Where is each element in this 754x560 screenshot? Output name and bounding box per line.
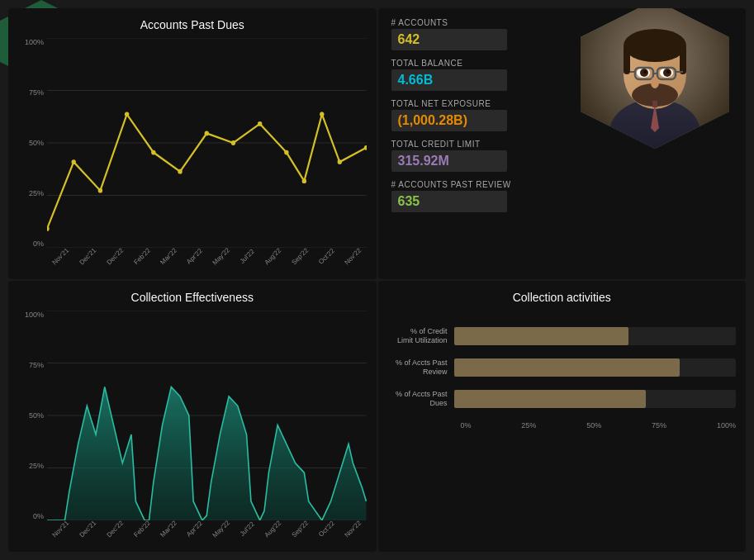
stat-exposure: TOTAL NET EXPOSURE (1,000.28B) xyxy=(391,99,598,131)
collection-activities-title: Collection activities xyxy=(388,291,737,304)
x-label-bl: Dec'21 xyxy=(78,519,97,539)
svg-point-16 xyxy=(320,112,324,116)
y-axis-labels-bottom: 100% 75% 50% 25% 0% xyxy=(18,311,47,520)
svg-point-11 xyxy=(205,131,209,136)
bar-label-past-dues: % of Accts PastDues xyxy=(388,390,454,408)
svg-point-5 xyxy=(47,226,50,231)
bar-x-axis: 0% 25% 50% 75% 100% xyxy=(388,421,737,429)
y-label-bl-25: 25% xyxy=(29,462,44,470)
stat-value-accounts: 642 xyxy=(391,29,507,50)
svg-rect-40 xyxy=(652,101,657,107)
y-label-100: 100% xyxy=(25,38,44,46)
bar-x-label-0: 0% xyxy=(461,421,472,429)
person-svg xyxy=(581,8,729,149)
x-label-bl: Mar'22 xyxy=(159,519,178,538)
svg-point-10 xyxy=(178,169,182,174)
dashboard: Accounts Past Dues 100% 75% 50% 25% 0% xyxy=(8,8,746,552)
x-label-bl: Oct'22 xyxy=(317,520,336,539)
svg-marker-46 xyxy=(47,387,367,520)
stat-balance: TOTAL BALANCE 4.66B xyxy=(391,59,598,91)
y-label-bl-0: 0% xyxy=(33,512,44,520)
svg-point-31 xyxy=(666,70,670,74)
svg-rect-25 xyxy=(680,45,686,74)
y-label-0: 0% xyxy=(33,240,44,248)
x-label: Dec'22 xyxy=(105,246,125,266)
x-label: May'22 xyxy=(211,246,231,266)
x-label: Dec'21 xyxy=(78,246,97,266)
svg-rect-24 xyxy=(624,45,630,74)
collection-activities-panel: Collection activities % of CreditLimit U… xyxy=(378,281,747,552)
bar-label-credit-limit: % of CreditLimit Utilization xyxy=(388,327,454,345)
svg-point-30 xyxy=(643,70,647,74)
bar-row-past-dues: % of Accts PastDues xyxy=(388,390,737,408)
y-label-bl-100: 100% xyxy=(25,311,44,319)
bar-fill-credit-limit xyxy=(454,327,629,345)
bar-fill-past-dues xyxy=(454,390,646,408)
x-label: Nov'21 xyxy=(51,246,71,266)
svg-point-15 xyxy=(302,178,306,183)
y-label-75: 75% xyxy=(29,88,44,97)
stat-label-credit-limit: TOTAL CREDIT LIMIT xyxy=(391,140,598,149)
svg-point-13 xyxy=(258,121,262,126)
stats-list: # ACCOUNTS 642 TOTAL BALANCE 4.66B TOTAL… xyxy=(391,18,598,269)
bar-track-credit-limit xyxy=(454,327,737,345)
x-label-bl: Jul'22 xyxy=(239,520,256,538)
svg-point-8 xyxy=(125,112,129,116)
x-label-bl: Feb'22 xyxy=(132,519,151,538)
avatar-image xyxy=(581,8,729,149)
y-label-25: 25% xyxy=(29,189,44,197)
x-label-bl: Nov'21 xyxy=(51,519,71,539)
x-label: Aug'22 xyxy=(263,246,282,266)
bar-x-label-100: 100% xyxy=(717,421,736,429)
stat-credit-limit: TOTAL CREDIT LIMIT 315.92M xyxy=(391,140,598,172)
svg-point-14 xyxy=(284,150,288,155)
y-label-50: 50% xyxy=(29,139,44,147)
svg-point-38 xyxy=(651,77,659,88)
bar-track-past-review xyxy=(454,358,737,377)
bar-x-label-25: 25% xyxy=(521,421,536,429)
svg-point-9 xyxy=(151,150,155,155)
stat-label-past-review: # ACCOUNTS PAST REVIEW xyxy=(391,180,598,189)
y-axis-labels: 100% 75% 50% 25% 0% xyxy=(18,38,47,248)
bar-row-past-review: % of Accts PastReview xyxy=(388,358,737,377)
stat-label-balance: TOTAL BALANCE xyxy=(391,59,598,68)
line-chart-svg-container xyxy=(47,38,367,248)
stat-label-exposure: TOTAL NET EXPOSURE xyxy=(391,99,598,108)
area-chart-svg xyxy=(47,311,367,520)
x-label: Nov'22 xyxy=(343,246,363,266)
svg-point-17 xyxy=(338,159,342,164)
stat-label-accounts: # ACCOUNTS xyxy=(391,18,598,27)
svg-point-7 xyxy=(98,188,102,193)
x-label-bl: Aug'22 xyxy=(263,519,282,539)
y-label-bl-75: 75% xyxy=(29,361,44,369)
x-axis-labels-top: Nov'21 Dec'21 Dec'22 Feb'22 Mar'22 Apr'2… xyxy=(47,248,367,264)
bar-x-label-75: 75% xyxy=(652,421,666,429)
bar-track-past-dues xyxy=(454,390,737,408)
x-label: Apr'22 xyxy=(185,247,204,266)
x-axis-labels-bottom: Nov'21 Dec'21 Dec'22 Feb'22 Mar'22 Apr'2… xyxy=(47,520,367,537)
svg-point-6 xyxy=(72,159,76,164)
bar-fill-past-review xyxy=(454,358,680,377)
accounts-past-dues-chart: 100% 75% 50% 25% 0% xyxy=(18,38,367,264)
bar-row-credit-limit: % of CreditLimit Utilization xyxy=(388,327,737,345)
stats-panel: # ACCOUNTS 642 TOTAL BALANCE 4.66B TOTAL… xyxy=(378,8,747,279)
x-label: Mar'22 xyxy=(159,246,178,265)
stat-value-past-review: 635 xyxy=(391,191,507,212)
x-label-bl: Dec'22 xyxy=(105,519,125,539)
stat-value-credit-limit: 315.92M xyxy=(391,150,507,172)
collection-effectiveness-chart: 100% 75% 50% 25% 0% xyxy=(18,311,367,537)
line-chart-svg xyxy=(47,38,367,248)
x-label: Jul'22 xyxy=(239,248,256,265)
x-label-bl: Sep'22 xyxy=(290,519,310,539)
bar-label-past-review: % of Accts PastReview xyxy=(388,358,454,377)
svg-point-23 xyxy=(624,29,686,62)
x-label: Feb'22 xyxy=(132,246,151,265)
collection-effectiveness-title: Collection Effectiveness xyxy=(18,291,367,304)
y-label-bl-50: 50% xyxy=(29,411,44,420)
svg-point-12 xyxy=(231,140,235,145)
accounts-past-dues-title: Accounts Past Dues xyxy=(18,18,367,31)
x-label: Sep'22 xyxy=(290,246,310,266)
x-label-bl: Apr'22 xyxy=(185,520,204,539)
collection-effectiveness-panel: Collection Effectiveness 100% 75% 50% 25… xyxy=(8,281,377,552)
area-chart-svg-container xyxy=(47,311,367,520)
